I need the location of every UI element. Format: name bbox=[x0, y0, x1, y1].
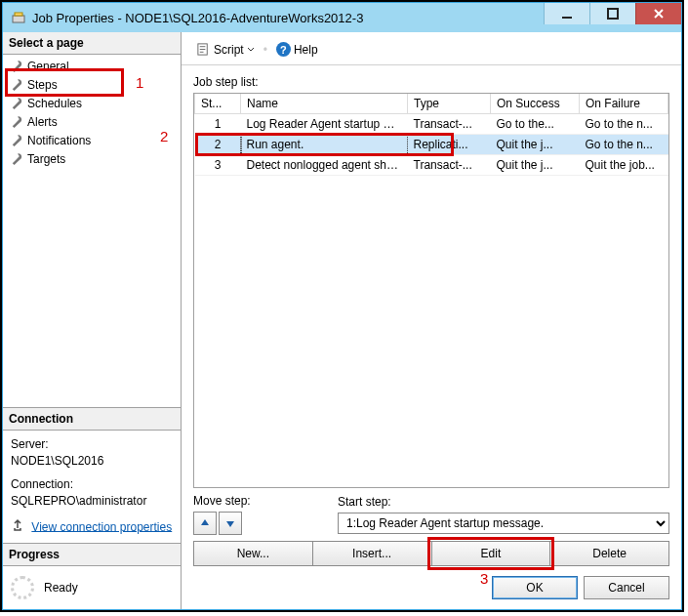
svg-rect-2 bbox=[562, 17, 572, 19]
start-step-label: Start step: bbox=[338, 495, 669, 509]
job-step-list-label: Job step list: bbox=[193, 75, 669, 89]
help-icon: ? bbox=[276, 42, 291, 57]
view-connection-link[interactable]: View connection properties bbox=[31, 519, 172, 533]
script-icon bbox=[196, 42, 211, 57]
wrench-icon bbox=[9, 77, 23, 92]
col-onfailure[interactable]: On Failure bbox=[580, 94, 668, 114]
nav-label: Notifications bbox=[27, 134, 91, 147]
nav-label: Schedules bbox=[27, 97, 82, 110]
connection-value: SQLREPRO\administrator bbox=[11, 493, 173, 510]
annotation-3: 3 bbox=[480, 570, 488, 587]
cancel-button[interactable]: Cancel bbox=[584, 576, 669, 599]
arrow-down-icon bbox=[225, 518, 235, 528]
wrench-icon bbox=[9, 114, 23, 129]
progress-text: Ready bbox=[44, 581, 78, 595]
progress-icon bbox=[11, 576, 34, 599]
svg-rect-3 bbox=[608, 9, 618, 19]
side-panel: Select a page General Steps Schedules Al… bbox=[3, 32, 182, 609]
start-step-select[interactable]: 1:Log Reader Agent startup message. bbox=[338, 513, 669, 534]
nav-label: Steps bbox=[27, 78, 58, 92]
job-properties-dialog: Job Properties - NODE1\SQL2016-Adventure… bbox=[2, 2, 682, 610]
connection-label: Connection: bbox=[11, 476, 173, 493]
minimize-button[interactable] bbox=[544, 3, 589, 24]
nav-general[interactable]: General bbox=[3, 57, 181, 75]
nav-label: Alerts bbox=[27, 115, 58, 129]
window-title: Job Properties - NODE1\SQL2016-Adventure… bbox=[32, 11, 363, 25]
script-label: Script bbox=[214, 43, 244, 57]
app-icon bbox=[11, 10, 26, 25]
new-button[interactable]: New... bbox=[193, 541, 313, 566]
table-row[interactable]: 1 Log Reader Agent startup message. Tran… bbox=[195, 114, 668, 135]
nav-label: General bbox=[27, 60, 69, 73]
nav-targets[interactable]: Targets bbox=[3, 149, 181, 168]
script-button[interactable]: Script bbox=[193, 40, 258, 59]
maximize-button[interactable] bbox=[589, 3, 635, 24]
wrench-icon bbox=[9, 59, 23, 73]
nav-notifications[interactable]: Notifications bbox=[3, 131, 181, 149]
nav-steps[interactable]: Steps bbox=[3, 75, 181, 94]
help-label: Help bbox=[294, 43, 318, 57]
titlebar[interactable]: Job Properties - NODE1\SQL2016-Adventure… bbox=[3, 3, 681, 32]
help-button[interactable]: ? Help bbox=[273, 40, 321, 59]
wrench-icon bbox=[9, 96, 23, 110]
wrench-icon bbox=[9, 133, 23, 147]
col-name[interactable]: Name bbox=[241, 94, 408, 114]
select-page-header: Select a page bbox=[3, 32, 181, 55]
ok-button[interactable]: OK bbox=[492, 576, 578, 599]
connection-header: Connection bbox=[3, 408, 181, 431]
wrench-icon bbox=[9, 151, 23, 166]
server-label: Server: bbox=[11, 436, 173, 453]
chevron-down-icon bbox=[247, 46, 255, 54]
move-up-button[interactable] bbox=[193, 512, 217, 535]
arrow-up-icon bbox=[200, 518, 210, 528]
toolbar: Script • ? Help bbox=[182, 32, 681, 65]
insert-button[interactable]: Insert... bbox=[312, 541, 432, 566]
col-type[interactable]: Type bbox=[408, 94, 491, 114]
table-row-selected[interactable]: 2 Run agent. Replicati... Quit the j... … bbox=[195, 135, 668, 155]
progress-header: Progress bbox=[3, 544, 181, 566]
connection-icon bbox=[11, 518, 24, 537]
grid-header[interactable]: St... Name Type On Success On Failure bbox=[195, 94, 668, 114]
page-nav: General Steps Schedules Alerts Notificat… bbox=[3, 55, 181, 174]
col-onsuccess[interactable]: On Success bbox=[491, 94, 580, 114]
server-value: NODE1\SQL2016 bbox=[11, 453, 173, 470]
svg-rect-1 bbox=[15, 13, 22, 16]
edit-button[interactable]: Edit bbox=[431, 541, 551, 566]
table-row[interactable]: 3 Detect nonlogged agent shutdown. Trans… bbox=[195, 155, 668, 176]
nav-label: Targets bbox=[27, 152, 65, 166]
col-step[interactable]: St... bbox=[195, 94, 241, 114]
nav-schedules[interactable]: Schedules bbox=[3, 94, 181, 112]
nav-alerts[interactable]: Alerts bbox=[3, 112, 181, 131]
move-step-label: Move step: bbox=[193, 494, 330, 508]
delete-button[interactable]: Delete bbox=[549, 541, 669, 566]
svg-rect-0 bbox=[13, 16, 24, 22]
move-down-button[interactable] bbox=[219, 512, 242, 535]
connection-info: Server: NODE1\SQL2016 Connection: SQLREP… bbox=[3, 431, 181, 543]
close-button[interactable] bbox=[635, 3, 681, 24]
job-step-grid[interactable]: St... Name Type On Success On Failure 1 … bbox=[193, 93, 669, 488]
